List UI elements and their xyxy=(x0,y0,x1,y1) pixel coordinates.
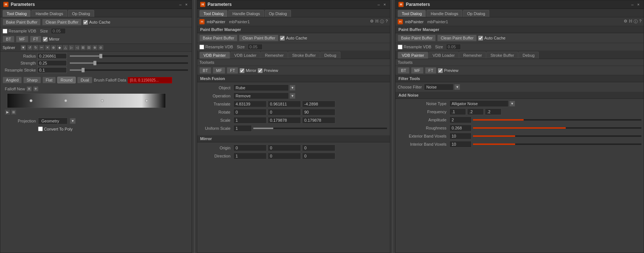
angled-btn[interactable]: Angled xyxy=(3,77,22,83)
rotate-z[interactable] xyxy=(302,109,335,115)
origin-z[interactable] xyxy=(302,145,335,151)
question-icon-3[interactable]: ? xyxy=(639,19,641,24)
sub-tab-debug-2[interactable]: Debug xyxy=(320,52,340,59)
flat-btn[interactable]: Flat xyxy=(42,77,56,83)
auto-cache-cb-3[interactable] xyxy=(478,36,483,41)
radius-slider-track[interactable] xyxy=(70,55,188,57)
mirror-cb-2[interactable] xyxy=(240,68,244,73)
scale-x[interactable] xyxy=(233,117,267,124)
falloff-remove-btn[interactable]: × xyxy=(27,86,32,91)
falloff-canvas[interactable] xyxy=(7,93,166,108)
panel1-close-btn[interactable]: × xyxy=(184,2,189,7)
spliner-icon-10[interactable]: ⊟ xyxy=(86,45,92,50)
amplitude-val[interactable] xyxy=(449,117,472,123)
panel3-close-btn[interactable]: × xyxy=(636,2,641,7)
noise-type-arrow[interactable]: ▼ xyxy=(509,101,515,107)
resample-val-3[interactable] xyxy=(446,44,461,50)
spliner-icon-2[interactable]: ✂ xyxy=(39,45,44,50)
panel3-min-btn[interactable]: – xyxy=(630,2,634,7)
operation-dropdown-arrow[interactable]: ▼ xyxy=(290,93,295,99)
help-icon-2[interactable]: ⓘ xyxy=(380,19,384,24)
resample-cb-2[interactable] xyxy=(199,45,204,49)
scale-z[interactable] xyxy=(302,117,335,124)
rotate-x[interactable] xyxy=(233,109,267,115)
spliner-dropdown[interactable]: ▼ xyxy=(21,45,26,50)
bt-btn-3[interactable]: BT xyxy=(398,67,410,74)
resample-val-2[interactable] xyxy=(248,44,263,50)
falloff-expand-btn[interactable]: ⊞ xyxy=(11,110,16,115)
sub-tab-stroke-buffer-2[interactable]: Stroke Buffer xyxy=(288,52,320,59)
falloff-dot-1[interactable] xyxy=(64,99,67,102)
preview-cb-2[interactable] xyxy=(258,68,263,73)
clean-buffer-btn-2[interactable]: Clean Paint Buffer xyxy=(239,35,278,41)
translate-z[interactable] xyxy=(302,101,335,107)
resample-stroke-input[interactable] xyxy=(37,67,67,73)
sub-tab-stroke-buffer-3[interactable]: Stroke Buffer xyxy=(486,52,518,59)
clean-buffer-btn-3[interactable]: Clean Paint Buffer xyxy=(437,35,477,41)
info-icon-3[interactable]: ℍ xyxy=(629,19,632,24)
freq-z[interactable] xyxy=(485,108,501,115)
ft-btn-2[interactable]: FT xyxy=(227,67,238,74)
resample-stroke-slider[interactable] xyxy=(70,69,188,71)
spliner-icon-4[interactable]: ⊕ xyxy=(51,45,56,50)
bake-buffer-btn-2[interactable]: Bake Paint Buffer xyxy=(199,35,237,41)
falloff-play-btn[interactable]: ▶ xyxy=(5,110,10,115)
falloff-dot-0[interactable] xyxy=(30,99,32,102)
interior-band-val[interactable] xyxy=(449,141,472,148)
spliner-icon-5[interactable]: ◆ xyxy=(57,45,62,50)
sub-tab-remesher-3[interactable]: Remesher xyxy=(459,52,486,59)
tab-handle-dialogs-3[interactable]: Handle Dialogs xyxy=(427,10,462,17)
gear-icon-3[interactable]: ⚙ xyxy=(624,19,627,24)
dual-btn[interactable]: Dual xyxy=(77,77,92,83)
noise-type-val[interactable]: Alligator Noise xyxy=(449,100,508,107)
bt-btn-1[interactable]: BT xyxy=(3,36,14,42)
projection-value[interactable]: Geometry xyxy=(38,118,68,124)
strength-slider-track[interactable] xyxy=(70,62,188,64)
strength-input[interactable] xyxy=(37,60,67,66)
strength-slider-thumb[interactable] xyxy=(93,61,96,65)
panel2-close-btn[interactable]: × xyxy=(383,2,387,7)
bake-buffer-btn-3[interactable]: Bake Paint Buffer xyxy=(398,35,436,41)
projection-dropdown-btn[interactable]: ▼ xyxy=(70,118,76,124)
ft-btn-3[interactable]: FT xyxy=(425,67,436,74)
mesh-object-value[interactable]: Rube xyxy=(233,84,289,91)
falloff-dot-3[interactable] xyxy=(145,99,148,102)
question-icon-2[interactable]: ? xyxy=(386,19,388,24)
preview-cb-3[interactable] xyxy=(438,68,443,73)
direction-x[interactable] xyxy=(233,153,267,159)
mf-btn-2[interactable]: MF xyxy=(213,67,225,74)
clean-buffer-btn-1[interactable]: Clean Paint Buffer xyxy=(42,19,82,25)
origin-y[interactable] xyxy=(268,145,301,151)
falloff-add-btn[interactable]: + xyxy=(33,86,38,91)
ft-btn-1[interactable]: FT xyxy=(30,36,41,42)
rotate-y[interactable] xyxy=(268,109,301,115)
origin-x[interactable] xyxy=(233,145,267,151)
spliner-icon-3[interactable]: ✕ xyxy=(45,45,50,50)
spliner-icon-7[interactable]: ▷ xyxy=(69,45,74,50)
panel2-min-btn[interactable]: – xyxy=(376,2,381,7)
spliner-icon-12[interactable]: ⊘ xyxy=(98,45,103,50)
tab-handle-dialogs-2[interactable]: Handle Dialogs xyxy=(228,10,264,17)
translate-y[interactable] xyxy=(268,101,301,107)
sub-tab-vdb-loader-3[interactable]: VDB Loader xyxy=(429,52,459,59)
uniform-scale-track[interactable] xyxy=(253,128,387,129)
sub-tab-vdb-loader-2[interactable]: VDB Loader xyxy=(230,52,261,59)
mirror-cb-1[interactable] xyxy=(43,37,48,42)
amplitude-track[interactable] xyxy=(473,119,641,121)
mf-btn-3[interactable]: MF xyxy=(411,67,424,74)
resample-stroke-thumb[interactable] xyxy=(82,68,85,72)
help-icon-3[interactable]: ⓘ xyxy=(634,19,638,24)
freq-y[interactable] xyxy=(467,108,484,115)
roughness-track[interactable] xyxy=(473,127,641,129)
panel1-min-btn[interactable]: – xyxy=(178,2,182,7)
mf-btn-1[interactable]: MF xyxy=(16,36,28,42)
spliner-icon-9[interactable]: ⊞ xyxy=(80,45,86,50)
auto-cache-cb-2[interactable] xyxy=(280,36,285,41)
exterior-band-val[interactable] xyxy=(449,133,472,139)
tab-op-dialog-2[interactable]: Op Dialog xyxy=(265,10,291,17)
tab-tool-dialog-3[interactable]: Tool Dialog xyxy=(398,10,426,17)
sub-tab-debug-3[interactable]: Debug xyxy=(518,52,538,59)
mesh-operation-value[interactable]: Remove xyxy=(233,93,289,99)
bake-buffer-btn-1[interactable]: Bake Paint Buffer xyxy=(3,19,41,25)
filter-dropdown-arrow[interactable]: ▼ xyxy=(454,84,460,90)
